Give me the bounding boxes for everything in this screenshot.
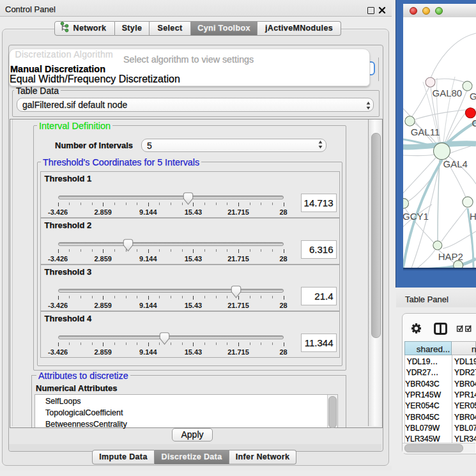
svg-text:GAL4: GAL4 [443,158,468,169]
svg-text:HAP2: HAP2 [438,251,463,262]
svg-text:C: C [472,118,476,128]
svg-text:GAL11: GAL11 [411,127,440,137]
svg-text:G: G [470,91,476,102]
svg-text:GCY1: GCY1 [403,211,429,222]
svg-text:GAL80: GAL80 [433,88,463,98]
svg-text:H: H [470,211,476,222]
